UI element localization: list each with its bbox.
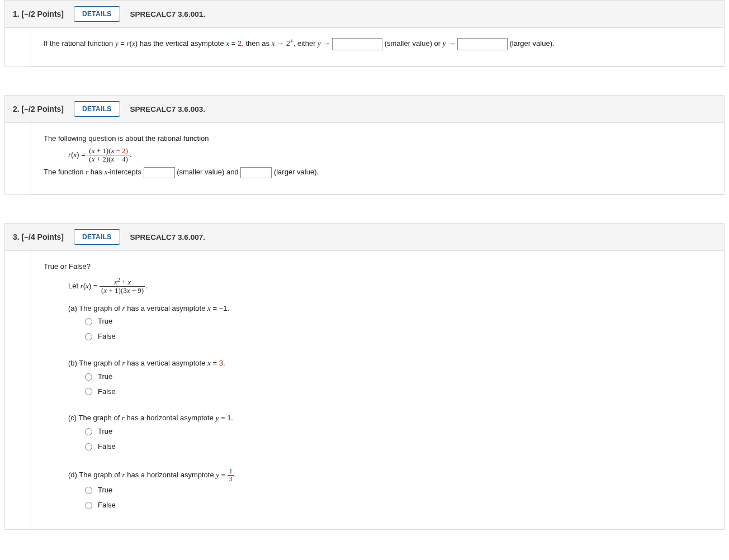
question-number-points: 1. [–/2 Points] xyxy=(13,10,64,18)
sub-question-d: (d) The graph of r has a horizontal asym… xyxy=(68,468,712,513)
radio-option-true: True xyxy=(85,369,712,385)
radio-a-false[interactable] xyxy=(85,333,92,340)
sub-question-b: (b) The graph of r has a vertical asympt… xyxy=(68,358,712,399)
question-header: 3. [–/4 Points] DETAILS SPRECALC7 3.6.00… xyxy=(5,224,724,251)
question-header: 1. [–/2 Points] DETAILS SPRECALC7 3.6.00… xyxy=(5,1,724,28)
question-ref: SPRECALC7 3.6.007. xyxy=(130,233,205,241)
sub-question-a: (a) The graph of r has a vertical asympt… xyxy=(68,303,712,344)
question-intro: The following question is about the rati… xyxy=(44,133,712,145)
sub-question-c: (c) The graph of r has a horizontal asym… xyxy=(68,412,712,454)
radio-b-false[interactable] xyxy=(85,388,92,395)
question-text: If the rational function y = r(x) has th… xyxy=(44,39,332,48)
hint-smaller: (smaller value) and xyxy=(177,168,240,176)
answer-input-2b[interactable] xyxy=(240,167,272,178)
radio-option-true: True xyxy=(85,424,712,439)
radio-c-true[interactable] xyxy=(85,428,92,435)
hint-smaller: (smaller value) or xyxy=(385,39,443,48)
hint-larger: (larger value). xyxy=(509,39,554,48)
answer-input-2a[interactable] xyxy=(144,167,175,178)
radio-option-true: True xyxy=(85,314,712,329)
radio-option-true: True xyxy=(85,483,712,498)
details-button[interactable]: DETAILS xyxy=(74,6,120,22)
question-2: 2. [–/2 Points] DETAILS SPRECALC7 3.6.00… xyxy=(4,95,725,195)
answer-input-1a[interactable] xyxy=(332,38,382,50)
question-ref: SPRECALC7 3.6.001. xyxy=(130,10,205,18)
function-definition: r(x) = (x + 1)(x − 2) (x + 2)(x − 4) . xyxy=(68,147,712,164)
question-body: If the rational function y = r(x) has th… xyxy=(31,28,724,67)
details-button[interactable]: DETAILS xyxy=(74,229,120,245)
radio-a-true[interactable] xyxy=(85,318,92,325)
radio-option-false: False xyxy=(85,385,712,400)
question-3: 3. [–/4 Points] DETAILS SPRECALC7 3.6.00… xyxy=(4,223,725,530)
question-body: The following question is about the rati… xyxy=(31,123,724,194)
radio-d-false[interactable] xyxy=(85,502,92,509)
question-body: True or False? Let r(x) = x2 + x (x + 1)… xyxy=(31,251,724,529)
details-button[interactable]: DETAILS xyxy=(74,101,120,117)
question-1: 1. [–/2 Points] DETAILS SPRECALC7 3.6.00… xyxy=(4,0,725,67)
question-number-points: 3. [–/4 Points] xyxy=(13,232,64,241)
radio-c-false[interactable] xyxy=(85,443,92,450)
radio-option-false: False xyxy=(85,498,712,513)
radio-b-true[interactable] xyxy=(85,373,92,381)
radio-d-true[interactable] xyxy=(85,487,92,494)
question-ref: SPRECALC7 3.6.003. xyxy=(130,105,205,113)
tf-heading: True or False? xyxy=(44,261,712,273)
hint-larger: (larger value). xyxy=(274,168,319,176)
function-definition: Let r(x) = x2 + x (x + 1)(3x − 9) . xyxy=(68,278,712,295)
radio-option-false: False xyxy=(85,329,712,344)
radio-option-false: False xyxy=(85,439,712,454)
question-header: 2. [–/2 Points] DETAILS SPRECALC7 3.6.00… xyxy=(5,96,724,123)
question-prompt: The function r has x-intercepts (smaller… xyxy=(44,167,712,178)
question-number-points: 2. [–/2 Points] xyxy=(13,105,64,113)
answer-input-1b[interactable] xyxy=(457,38,508,50)
